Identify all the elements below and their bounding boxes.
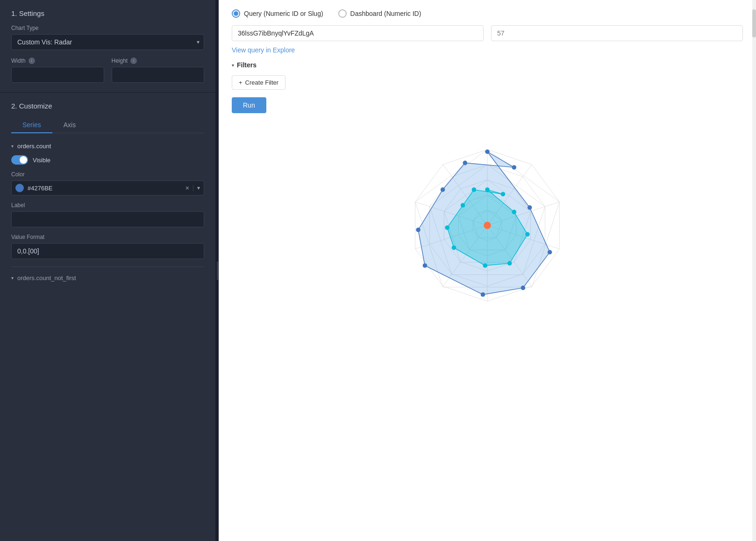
radar-chart (371, 127, 604, 324)
label-field: Label (11, 202, 204, 227)
height-label: Height i (112, 58, 205, 64)
customize-tabs: Series Axis (11, 117, 204, 133)
label-field-label: Label (11, 202, 204, 209)
run-button[interactable]: Run (232, 97, 266, 113)
query-inputs-row (232, 25, 743, 41)
svg-point-29 (463, 161, 468, 166)
svg-point-27 (416, 228, 421, 232)
dashboard-radio-option[interactable]: Dashboard (Numeric ID) (338, 9, 421, 18)
svg-point-42 (484, 222, 491, 229)
filters-header[interactable]: ▾ Filters (232, 61, 743, 69)
right-content: Query (Numeric ID or Slug) Dashboard (Nu… (219, 0, 756, 541)
query-radio-icon (232, 9, 240, 18)
chart-type-label: Chart Type (11, 25, 204, 31)
query-radio-label: Query (Numeric ID or Slug) (244, 10, 323, 17)
series-orders-count: ▾ orders.count Visible Color #4276BE × (11, 143, 204, 259)
left-panel: 1. Settings Chart Type Custom Vis: Radar… (0, 0, 216, 541)
filters-section: ▾ Filters + Create Filter (232, 61, 743, 90)
dashboard-id-input[interactable] (491, 25, 743, 41)
series-orders-count-name: orders.count (17, 143, 51, 150)
svg-point-22 (528, 205, 532, 210)
visible-toggle[interactable] (11, 155, 28, 165)
view-query-link[interactable]: View query in Explore (232, 46, 295, 54)
svg-point-34 (525, 232, 530, 237)
scrollbar-track (752, 0, 756, 541)
svg-point-21 (485, 150, 490, 154)
chart-type-wrapper: Custom Vis: Radar ▾ (11, 34, 204, 50)
dashboard-radio-icon (338, 9, 347, 18)
tab-series[interactable]: Series (11, 117, 52, 133)
width-info-icon[interactable]: i (29, 58, 35, 64)
series-orders-count-header[interactable]: ▾ orders.count (11, 143, 204, 150)
series-chevron-icon: ▾ (11, 144, 14, 149)
filters-chevron-icon: ▾ (232, 63, 234, 68)
svg-point-24 (521, 286, 526, 290)
radar-grid (415, 150, 560, 302)
query-radio-option[interactable]: Query (Numeric ID or Slug) (232, 9, 323, 18)
svg-point-25 (481, 292, 485, 297)
svg-point-38 (445, 225, 449, 230)
series-divider (11, 267, 204, 267)
chart-container (232, 123, 743, 328)
dimension-row: Width i Height i (11, 58, 204, 83)
svg-point-41 (501, 192, 506, 196)
customize-title: 2. Customize (11, 102, 204, 110)
height-input[interactable] (112, 67, 205, 83)
svg-point-30 (512, 165, 517, 170)
settings-section: 1. Settings Chart Type Custom Vis: Radar… (0, 0, 215, 93)
svg-point-33 (512, 210, 517, 215)
create-filter-label: Create Filter (245, 79, 279, 86)
color-hex-value: #4276BE (28, 185, 182, 192)
series-orders-count-not-first: ▾ orders.count_not_first (11, 274, 204, 281)
color-label: Color (11, 171, 204, 178)
customize-section: 2. Customize Series Axis ▾ orders.count … (0, 93, 215, 541)
svg-point-36 (483, 263, 487, 268)
series-2-chevron-icon: ▾ (11, 275, 14, 281)
color-dropdown-icon[interactable]: ▾ (193, 185, 200, 191)
value-format-label: Value Format (11, 234, 204, 240)
svg-point-35 (507, 261, 512, 266)
svg-point-32 (485, 188, 490, 192)
width-field: Width i (11, 58, 104, 83)
toggle-knob (20, 156, 27, 164)
divider-handle (217, 261, 218, 280)
svg-point-37 (452, 245, 456, 250)
series-orders-count-not-first-name: orders.count_not_first (17, 274, 76, 281)
create-filter-button[interactable]: + Create Filter (232, 75, 285, 90)
create-filter-icon: + (239, 79, 242, 86)
svg-point-39 (461, 203, 465, 208)
label-input[interactable] (11, 211, 204, 227)
series-orders-count-not-first-header[interactable]: ▾ orders.count_not_first (11, 274, 204, 281)
visible-toggle-row: Visible (11, 155, 204, 165)
width-input[interactable] (11, 67, 104, 83)
height-info-icon[interactable]: i (130, 58, 137, 64)
settings-title: 1. Settings (11, 9, 204, 17)
svg-point-23 (548, 250, 552, 255)
color-swatch (15, 184, 24, 192)
svg-point-40 (472, 188, 477, 192)
color-clear-icon[interactable]: × (185, 184, 189, 192)
value-format-field: Value Format (11, 234, 204, 259)
scrollbar-thumb[interactable] (752, 9, 756, 37)
right-panel: Query (Numeric ID or Slug) Dashboard (Nu… (219, 0, 756, 541)
svg-point-26 (423, 263, 428, 268)
tab-axis[interactable]: Axis (52, 117, 87, 133)
height-field: Height i (112, 58, 205, 83)
query-id-input[interactable] (232, 25, 484, 41)
svg-point-28 (441, 188, 445, 192)
dashboard-radio-label: Dashboard (Numeric ID) (350, 10, 421, 17)
filters-title: Filters (237, 61, 257, 69)
color-input-row[interactable]: #4276BE × ▾ (11, 180, 204, 195)
visible-label: Visible (33, 157, 50, 164)
color-field: Color #4276BE × ▾ (11, 171, 204, 195)
chart-type-select[interactable]: Custom Vis: Radar (11, 34, 204, 50)
query-row: Query (Numeric ID or Slug) Dashboard (Nu… (232, 9, 743, 18)
value-format-input[interactable] (11, 243, 204, 259)
width-label: Width i (11, 58, 104, 64)
